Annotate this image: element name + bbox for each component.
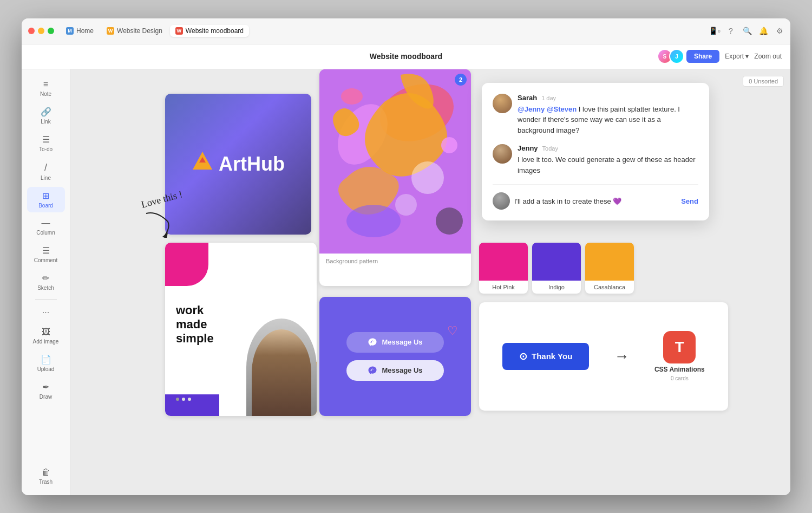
toolbar: Website moodboard S J Share Export ▾ Zoo… xyxy=(22,44,790,69)
swatch-casablanca[interactable]: Casablanca xyxy=(585,243,634,294)
link-icon: 🔗 xyxy=(41,107,51,117)
work-dots xyxy=(176,398,191,401)
css-animations-card[interactable]: T CSS Animations 0 cards xyxy=(654,331,705,381)
sidebar-item-upload[interactable]: 📄 Upload xyxy=(27,350,65,376)
add-image-icon: 🖼 xyxy=(42,327,50,337)
maximize-button[interactable] xyxy=(48,28,54,34)
messenger-card[interactable]: Message Us Message Us ♡ xyxy=(319,297,471,416)
paint-splatter-svg xyxy=(319,69,471,254)
work-text-2: made xyxy=(176,317,207,331)
swatch-color-casablanca xyxy=(585,243,634,281)
tab-website-moodboard[interactable]: W Website moodboard xyxy=(170,25,249,37)
annotation-arrow xyxy=(141,211,173,238)
comment-text-2: I love it too. We could generate a gew o… xyxy=(518,154,698,176)
phone-count: 0 xyxy=(718,29,720,34)
svg-point-5 xyxy=(411,161,444,194)
bell-icon[interactable]: 🔔 xyxy=(759,27,768,35)
work-card[interactable]: work made simple xyxy=(165,243,317,416)
upload-icon: 📄 xyxy=(41,354,51,365)
avatar-user2: J xyxy=(669,49,684,64)
thank-you-button[interactable]: ⊙ Thank You xyxy=(502,343,589,370)
unsorted-badge: 0 Unsorted xyxy=(743,76,784,87)
comment-body-1: Sarah 1 day @Jenny @Steven I love this p… xyxy=(518,94,698,136)
svg-point-10 xyxy=(341,88,363,105)
svg-point-7 xyxy=(346,205,401,237)
paint-card[interactable]: Background pattern 2 xyxy=(319,69,471,286)
page-title: Website moodboard xyxy=(370,52,442,61)
messenger-btn-1[interactable]: Message Us xyxy=(346,332,444,353)
sidebar-comment-label: Comment xyxy=(34,257,57,263)
svg-point-6 xyxy=(395,194,417,216)
sidebar-item-more[interactable]: ··· xyxy=(27,304,65,321)
comment-header-2: Jenny Today xyxy=(518,144,698,152)
search-icon[interactable]: 🔍 xyxy=(743,27,751,35)
sidebar-todo-label: To-do xyxy=(39,146,53,152)
messenger-btn-2[interactable]: Message Us xyxy=(346,360,444,381)
settings-icon[interactable]: ⚙ xyxy=(775,27,784,35)
sidebar-item-board[interactable]: ⊞ Board xyxy=(27,187,65,212)
svg-marker-11 xyxy=(162,232,168,238)
css-anim-sublabel: 0 cards xyxy=(671,375,689,381)
comment-input-text[interactable]: I'll add a task in to create these 💜 xyxy=(514,197,677,205)
sidebar-item-note[interactable]: ≡ Note xyxy=(27,76,65,101)
paint-bg xyxy=(319,69,471,254)
comment-header-1: Sarah 1 day xyxy=(518,94,698,102)
css-letter: T xyxy=(675,339,684,356)
share-button[interactable]: Share xyxy=(686,50,719,63)
sidebar-item-comment[interactable]: ☰ Comment xyxy=(27,242,65,267)
tab-home[interactable]: M Home xyxy=(61,25,99,37)
tab-bar: M Home W Website Design W Website moodbo… xyxy=(61,25,710,37)
titlebar-right: 📱0 ? 🔍 🔔 ⚙ xyxy=(710,27,784,35)
close-button[interactable] xyxy=(28,28,35,34)
sidebar-trash-label: Trash xyxy=(39,479,53,485)
sidebar-item-todo[interactable]: ☰ To-do xyxy=(27,131,65,156)
sidebar-note-label: Note xyxy=(40,91,51,97)
comment-author-1: Sarah xyxy=(518,94,537,102)
annotation: Love this ! xyxy=(141,194,183,240)
sidebar-item-trash[interactable]: 🗑 Trash xyxy=(27,464,65,489)
comment-author-2: Jenny xyxy=(518,144,538,152)
svg-point-8 xyxy=(436,207,463,235)
paint-label: Background pattern xyxy=(319,254,471,269)
draw-icon: ✒ xyxy=(42,382,49,392)
paint-comment-badge[interactable]: 2 xyxy=(455,74,467,86)
sidebar-column-label: Column xyxy=(36,230,55,236)
sidebar-item-line[interactable]: / Line xyxy=(27,158,65,185)
arthub-card[interactable]: ArtHub xyxy=(165,94,311,235)
tab-home-label: Home xyxy=(76,27,94,35)
minimize-button[interactable] xyxy=(38,28,44,34)
arrow-right-icon: → xyxy=(614,348,630,365)
help-icon[interactable]: ? xyxy=(726,27,735,35)
css-anim-icon: T xyxy=(663,331,696,363)
svg-point-9 xyxy=(441,137,457,153)
comment-body-2: Jenny Today I love it too. We could gene… xyxy=(518,144,698,176)
todo-icon: ☰ xyxy=(42,134,50,145)
comment-entry-2: Jenny Today I love it too. We could gene… xyxy=(493,144,698,176)
send-button[interactable]: Send xyxy=(681,197,698,205)
zoom-out-button[interactable]: Zoom out xyxy=(754,53,782,60)
work-text: work made simple xyxy=(176,303,214,346)
trash-icon: 🗑 xyxy=(42,467,50,477)
phone-icon[interactable]: 📱0 xyxy=(710,27,719,35)
comment-time-2: Today xyxy=(542,145,558,152)
tab-website-design[interactable]: W Website Design xyxy=(101,25,168,37)
swatch-hot-pink[interactable]: Hot Pink xyxy=(479,243,528,294)
main-area: ≡ Note 🔗 Link ☰ To-do / Line ⊞ Board — C… xyxy=(22,69,790,495)
tab-moodboard-label: Website moodboard xyxy=(186,27,244,35)
sidebar-item-add-image[interactable]: 🖼 Add image xyxy=(27,323,65,348)
arthub-logo: ArtHub xyxy=(192,151,285,178)
sidebar-line-label: Line xyxy=(41,175,51,181)
messenger-btn-1-label: Message Us xyxy=(382,338,422,346)
mention-jenny: @Jenny xyxy=(518,105,545,113)
sidebar-item-draw[interactable]: ✒ Draw xyxy=(27,378,65,404)
css-anim-label: CSS Animations xyxy=(654,366,705,373)
sidebar-item-sketch[interactable]: ✏ Sketch xyxy=(27,269,65,295)
work-dot-1 xyxy=(176,398,179,401)
export-button[interactable]: Export ▾ xyxy=(725,53,749,60)
swatch-indigo[interactable]: Indigo xyxy=(532,243,581,294)
swatches-area: Hot Pink Indigo Casablanca xyxy=(479,243,634,294)
messenger-icon-2 xyxy=(368,366,377,375)
comment-input-emoji: 💜 xyxy=(613,197,621,205)
sidebar-item-column[interactable]: — Column xyxy=(27,215,65,239)
sidebar-item-link[interactable]: 🔗 Link xyxy=(27,103,65,128)
